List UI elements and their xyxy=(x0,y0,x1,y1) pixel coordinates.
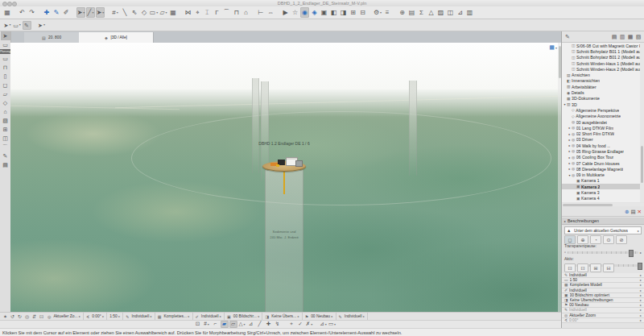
tree-item[interactable]: ▣Kamera 4 xyxy=(562,196,640,201)
tree-item[interactable]: ▸◎05 Ring-Strasse Endlager xyxy=(562,148,640,154)
tree-item[interactable]: ▸◎01 Lang DTKW Film xyxy=(562,125,640,131)
tree-item[interactable]: ◧Innenansichten xyxy=(562,78,640,84)
quickbar-item[interactable]: ⚑00 Neubau▸ xyxy=(303,313,336,320)
slab-tool[interactable]: ◇ xyxy=(1,98,10,107)
rotate-reference-icon[interactable]: ◔ xyxy=(590,235,601,244)
tree-item[interactable]: ▣Kamera 1 xyxy=(562,178,640,184)
scrollbar-thumb[interactable] xyxy=(563,204,613,206)
tree-hscrollbar[interactable] xyxy=(562,203,644,206)
marquee-tool[interactable]: ▭ xyxy=(1,40,10,49)
pen-style[interactable]: ✎ xyxy=(23,21,31,30)
settings-icon[interactable]: ⚙▾ xyxy=(374,7,382,18)
relative-angle-icon[interactable]: ⊿▾ xyxy=(320,321,328,328)
tree-item[interactable]: ◇Allgemeine Axonometrie xyxy=(562,114,640,119)
quickbar-item[interactable]: 1:50▸ xyxy=(107,313,123,320)
reset-reference-icon[interactable]: ⊘ xyxy=(616,235,627,244)
cancel-icon[interactable]: ✗▾ xyxy=(305,321,313,328)
swap-icon[interactable]: ⊡ xyxy=(577,263,588,272)
new-window-icon[interactable]: ▦ xyxy=(3,7,12,18)
fit-view-icon[interactable]: ⊡ xyxy=(38,313,45,319)
tree-item[interactable]: ▥Arbeitsblätter xyxy=(562,84,640,89)
zone-tool[interactable]: ⊞ xyxy=(1,125,10,134)
hatch-icon[interactable]: ▨ xyxy=(436,7,445,18)
collapse-triangle-icon[interactable]: ▸ xyxy=(564,219,566,223)
tree-item[interactable]: ◫Schnitt Winden-Haus 2 (Modell automatis… xyxy=(562,66,640,72)
target-icon[interactable]: ⌖ xyxy=(193,7,202,18)
rect-tool-icon[interactable]: ▭▾ xyxy=(150,7,159,18)
triangle-icon[interactable]: △ xyxy=(427,7,436,18)
column-tool[interactable]: ◻ xyxy=(1,81,10,89)
favorites-icon[interactable]: ☆ xyxy=(291,7,299,18)
redo-icon[interactable]: ↷ xyxy=(27,7,36,18)
angle-snap-icon[interactable]: ⊿ xyxy=(247,321,255,328)
layoutbuch-icon[interactable]: ▦ xyxy=(626,32,634,41)
tree-item[interactable]: ▾◎09 in Multikarte xyxy=(562,172,640,178)
quickbar-item[interactable]: ▦Komplettes...▸ xyxy=(155,313,193,320)
object-tool[interactable]: ▤ xyxy=(1,160,10,169)
quickbar-item[interactable]: ✎Individuell▸ xyxy=(336,313,368,320)
align-icon[interactable]: ⊢ xyxy=(257,7,266,18)
grid-snap-toggle[interactable]: #▾ xyxy=(203,321,211,328)
quickbar-item[interactable]: ◎Aktueller Zo...▸ xyxy=(45,313,84,320)
arrow-tool-icon[interactable]: ➤▾ xyxy=(96,7,105,18)
marquee-snap-icon[interactable]: ⊡ xyxy=(194,321,202,328)
tab-3d-all[interactable]: ◈ [3D / Alle] xyxy=(79,32,154,43)
tree-item[interactable]: ▣Kamera 2 xyxy=(562,184,640,189)
slider-track[interactable] xyxy=(568,251,638,254)
snap-target-icon[interactable]: ⌖ xyxy=(287,321,295,328)
tree-item[interactable]: ◫Schnitt Winden-Haus 1 (Modell automatis… xyxy=(562,60,640,66)
quickbar-item[interactable]: ◨Keine Übers...▸ xyxy=(262,313,302,320)
tree-item[interactable]: ◉Details xyxy=(562,89,640,95)
element-snap-icon[interactable]: ▱ xyxy=(229,321,237,328)
pick-reference-icon[interactable]: ⊕ xyxy=(577,235,588,244)
zoom-out-icon[interactable]: ⊟ xyxy=(358,7,367,18)
confirm-icon[interactable]: ✓ xyxy=(296,321,304,328)
slider-handle[interactable] xyxy=(629,250,634,257)
tree-item[interactable]: ▣Kamera 3 xyxy=(562,189,640,195)
quick-setting-row[interactable]: ∢0:00°▸ xyxy=(562,318,644,323)
snap-reference-icon[interactable]: ↯ xyxy=(274,321,282,328)
stretch-icon[interactable]: ⇔ xyxy=(266,7,275,18)
snap-point-icon[interactable]: ✚ xyxy=(265,321,273,328)
rows-icon[interactable]: ▥ xyxy=(465,7,474,18)
pen-icon[interactable]: ✎ xyxy=(52,7,61,18)
trace-reference-icon[interactable]: ◻ xyxy=(564,235,576,244)
pick-pen-icon[interactable]: ✐ xyxy=(62,7,71,18)
tree-item[interactable]: ▸◎02 Short Film DTKW xyxy=(562,131,640,136)
pan-mode-icon[interactable]: ⇵ xyxy=(31,313,38,319)
tab-story[interactable]: ▤ 20. 800 xyxy=(24,32,80,43)
columns-icon[interactable]: ◫ xyxy=(446,7,455,18)
add-icon[interactable]: ✚ xyxy=(43,7,52,18)
home-icon[interactable]: ⌂ xyxy=(242,7,250,18)
guide-segment-icon[interactable]: ╱ xyxy=(256,321,264,328)
tree-item[interactable]: ▸◎07 Cable Drum Houses xyxy=(562,160,640,166)
tree-item[interactable]: ◇Allgemeine Perspektive xyxy=(562,107,640,113)
projektmappe-icon[interactable]: ▤ xyxy=(610,32,618,41)
tree-vscrollbar[interactable] xyxy=(640,43,644,202)
back-view-icon[interactable]: ↺ xyxy=(9,313,16,319)
tree-item[interactable]: ◫S/06-08 Cut with Magnetit Castor Hall (… xyxy=(562,43,640,48)
tree-item[interactable]: ▸◎08 Dieselanlage Magnetit xyxy=(562,166,640,172)
para-tool-icon[interactable]: ▱▾ xyxy=(159,7,168,18)
default-arrow-style[interactable]: ➤▾ xyxy=(3,21,12,30)
mesh-tool[interactable]: ▨ xyxy=(1,116,10,125)
tree-item[interactable]: ▸◎03 Driver xyxy=(562,137,640,143)
quickbar-item[interactable]: ✎Individuell▸ xyxy=(123,313,155,320)
teamwork-user-icon[interactable]: ✎ xyxy=(564,32,572,41)
quickbar-item[interactable]: ▣00 Bildschir...▸ xyxy=(225,313,262,320)
tree-item[interactable]: ▦3D-Dokumente xyxy=(562,96,640,102)
morph-tool[interactable]: ✎ xyxy=(1,151,10,160)
compare-icon[interactable]: ⊡ xyxy=(564,263,576,272)
roof-tool[interactable]: ⌂ xyxy=(1,107,10,116)
add-view-icon[interactable]: ⊕ xyxy=(398,7,407,18)
gravity-icon[interactable]: ▰ xyxy=(221,321,229,328)
beschreibungen-header[interactable]: ▸ Beschreibungen xyxy=(562,218,644,225)
quick-options-icon[interactable]: ✶ xyxy=(2,313,9,319)
angle-tool-icon[interactable]: ⊿ xyxy=(456,7,464,18)
quickbar-item[interactable]: ∢0:00°▸ xyxy=(84,313,107,320)
tree-item[interactable]: ◎00 ausgeblendet xyxy=(562,119,640,125)
tree-item[interactable]: ▸◎04 Walk by food ... xyxy=(562,143,640,148)
coordinate-box-icon[interactable]: ▭▾ xyxy=(328,321,336,328)
tree-item[interactable]: ▤Ansichten xyxy=(562,72,640,77)
zoom-in-icon[interactable]: ⊞ xyxy=(349,7,357,18)
